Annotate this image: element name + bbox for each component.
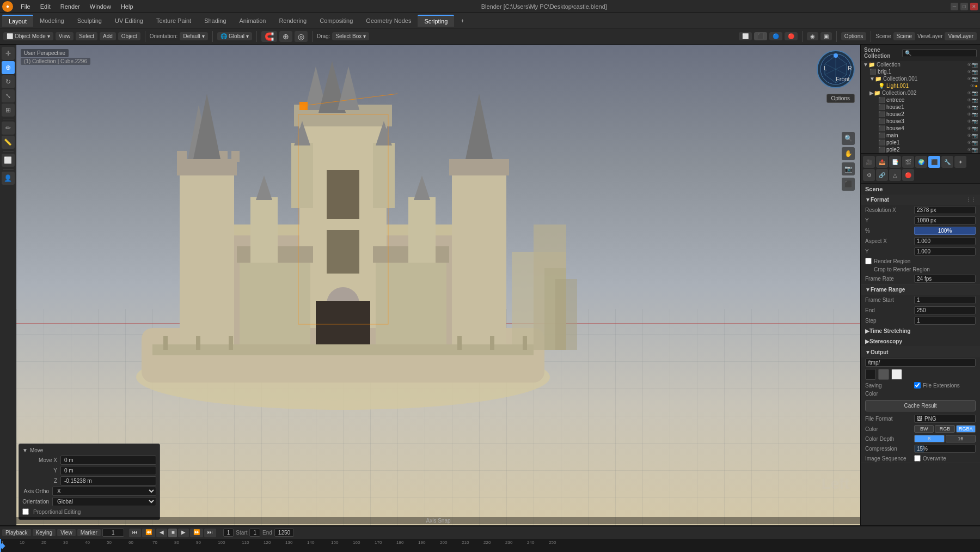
render-icon-h2[interactable]: 📷 [972,112,978,117]
orientation-cube[interactable]: Front R L [817,50,855,88]
shading-wireframe[interactable]: ⬜ [739,32,752,40]
move-y-value[interactable]: 0 m [60,466,156,475]
viewlayer-selector[interactable]: ViewLayer [945,32,977,40]
layout-icon[interactable]: ⬛ [842,178,855,191]
keying-button[interactable]: Keying [33,529,56,536]
output-header[interactable]: ▼ Output [861,347,980,357]
bw-button[interactable]: BW [914,425,934,433]
marker-button[interactable]: Marker [77,529,101,536]
menu-render[interactable]: Render [56,2,84,11]
frame-end-num[interactable]: 1250 [274,529,294,537]
menu-help[interactable]: Help [117,2,138,11]
current-frame-display[interactable]: 1 [102,529,124,537]
visibility-icon-c001[interactable]: 👁 [967,76,972,82]
visibility-icon-p1[interactable]: 👁 [967,140,972,145]
visibility-icon-h2[interactable]: 👁 [967,112,972,117]
outliner-collection002[interactable]: ▶ 📁 Collection.002 👁 📷 [861,89,980,96]
rgb-button[interactable]: RGB [935,425,954,433]
output-props-icon[interactable]: 📤 [876,156,888,168]
resolution-y-value[interactable]: 1080 px [914,216,976,225]
outliner-light001[interactable]: 💡 Light.001 👁 ● [861,82,980,89]
stop-button[interactable]: ■ [168,529,177,537]
particles-icon[interactable]: ✦ [954,156,966,168]
scene-selector[interactable]: Scene [893,32,915,40]
image-sequence-checkbox[interactable] [914,455,921,462]
maximize-button[interactable]: □ [960,3,968,10]
frame-start-num[interactable]: 1 [249,529,260,537]
transform-button[interactable]: ⊕ [279,31,292,42]
cursor-tool[interactable]: ✛ [2,47,15,60]
xray-button[interactable]: ▣ [820,32,832,40]
constraints-icon[interactable]: 🔗 [876,169,888,181]
visibility-icon-c002[interactable]: 👁 [967,90,972,96]
tab-uv-editing[interactable]: UV Editing [108,15,150,26]
stereoscopy-header[interactable]: ▶ Stereoscopy [861,336,980,347]
outliner-house4[interactable]: ⬛ house4 👁 📷 [861,125,980,132]
move-tool[interactable]: ⊕ [2,61,15,74]
view-layer-icon[interactable]: 📑 [889,156,901,168]
frame-rate-value[interactable]: 24 fps [914,275,976,283]
close-button[interactable]: ✕ [970,3,978,10]
viewport[interactable]: User Perspective (1) Collection | Cube.2… [16,45,860,525]
outliner-collection-root[interactable]: ▼ 📁 Collection 👁 📷 [861,61,980,68]
shading-material[interactable]: 🔵 [769,32,782,40]
frame-step-value[interactable]: 1 [914,317,976,325]
shading-solid[interactable]: ⬛ [754,32,767,40]
format-header[interactable]: ▼ Format ⋮⋮ [861,195,980,205]
outliner-main[interactable]: ⬛ main 👁 📷 [861,132,980,139]
visibility-icon-h1[interactable]: 👁 [967,105,972,110]
time-stretching-header[interactable]: ▶ Time Stretching [861,326,980,336]
visibility-icon-main[interactable]: 👁 [967,133,972,138]
timeline-bar[interactable]: 1 10 20 30 40 50 60 70 80 90 100 110 120… [0,539,980,552]
outliner-brig1[interactable]: ⬛ brig.1 👁 📷 [861,68,980,75]
render-icon-c001[interactable]: 📷 [972,76,978,82]
render-icon-h1[interactable]: 📷 [972,105,978,110]
outliner-house2[interactable]: ⬛ house2 👁 📷 [861,111,980,118]
outliner-search[interactable] [902,49,977,57]
outliner-house1[interactable]: ⬛ house1 👁 📷 [861,104,980,111]
camera-icon[interactable]: 📷 [842,162,855,175]
outliner-pole1[interactable]: ⬛ pole1 👁 📷 [861,139,980,146]
play-button[interactable]: ▶ [178,529,189,537]
aspect-y-value[interactable]: 1.000 [914,247,976,256]
tab-sculpting[interactable]: Sculpting [71,15,108,26]
axis-ortho-select[interactable]: XYZ [52,487,156,496]
tab-modeling[interactable]: Modeling [33,15,71,26]
color-swatch-dark[interactable] [865,369,876,380]
outliner-collection001[interactable]: ▼ 📁 Collection.001 👁 📷 [861,75,980,82]
object-props-icon[interactable]: ⬛ [928,156,940,168]
modifier-props-icon[interactable]: 🔧 [941,156,953,168]
visibility-icon-h3[interactable]: 👁 [967,119,972,124]
render-icon-brig1[interactable]: 📷 [972,69,978,75]
add-button[interactable]: Add [100,32,116,40]
move-x-value[interactable]: 0 m [60,456,156,465]
frame-end-value[interactable]: 250 [914,306,976,314]
tab-rendering[interactable]: Rendering [272,15,313,26]
data-icon[interactable]: △ [889,169,901,181]
snap-button[interactable]: 🧲 [261,31,277,42]
menu-window[interactable]: Window [85,2,115,11]
material-icon[interactable]: 🔴 [902,169,914,181]
minimize-button[interactable]: ─ [951,3,958,10]
render-icon-main[interactable]: 📷 [972,133,978,138]
tab-geometry-nodes[interactable]: Geometry Nodes [359,15,418,26]
color-swatch-light[interactable] [891,369,902,380]
playback-button[interactable]: Playback [2,529,31,536]
visibility-icon-p2[interactable]: 👁 [967,147,972,153]
resolution-x-value[interactable]: 2378 px [914,206,976,214]
hand-tool-icon[interactable]: ✋ [842,147,855,160]
outliner-entrece[interactable]: ⬛ entrece 👁 📷 [861,96,980,104]
output-path-value[interactable]: /tmp/ [865,359,976,367]
proportional-button[interactable]: ◎ [295,31,308,42]
render-icon-h4[interactable]: 📷 [972,126,978,131]
render-region-checkbox[interactable] [865,258,872,264]
visibility-icon-h4[interactable]: 👁 [967,126,972,131]
file-extensions-checkbox[interactable] [914,382,921,389]
transform-tool[interactable]: ⊞ [2,104,15,117]
render-icon-h3[interactable]: 📷 [972,119,978,124]
render-icon[interactable]: 📷 [972,62,978,68]
rgba-button[interactable]: RGBA [956,425,976,433]
options-button[interactable]: Options [841,32,866,40]
jump-end-button[interactable]: ⏭ [204,529,216,537]
menu-file[interactable]: File [16,2,35,11]
